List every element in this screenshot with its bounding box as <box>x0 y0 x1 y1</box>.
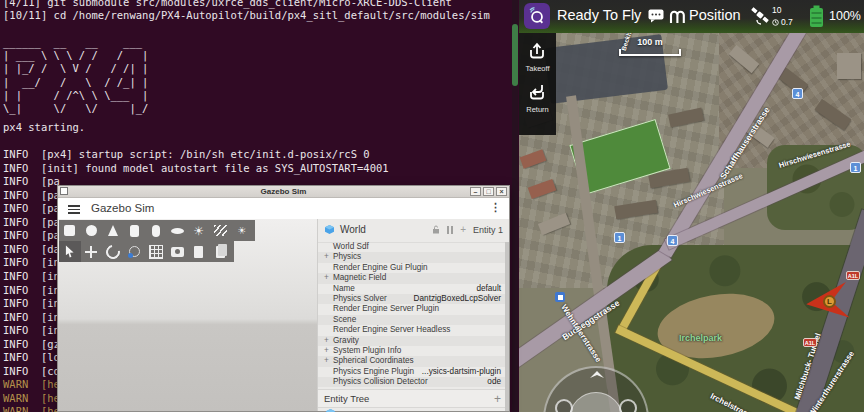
battery-icon[interactable] <box>809 5 824 28</box>
inspector-row[interactable]: Physics Engine Plugin...ysics-dartsim-pl… <box>318 367 505 377</box>
maximize-button[interactable]: □ <box>483 187 494 196</box>
component-inspector-panel: World + Entity 1 World Sdf+PhysicsRender… <box>317 219 509 411</box>
inspector-row[interactable]: Render Engine Server Headless <box>318 325 505 335</box>
paste-tool-button[interactable] <box>210 241 232 262</box>
cylinder-tool-button[interactable] <box>124 220 146 241</box>
copy-icon <box>194 246 203 258</box>
inspector-row-label: Gravity <box>333 336 359 346</box>
expand-icon[interactable]: + <box>324 273 329 283</box>
hamburger-menu-icon[interactable] <box>68 205 80 214</box>
sphere-icon <box>86 225 97 236</box>
cube-tool-button[interactable] <box>59 220 81 241</box>
street-label: Irchelpark <box>679 333 722 343</box>
terminal-log-line: WARN [he <box>3 405 60 412</box>
inspector-row[interactable]: +System Plugin Info <box>318 346 505 356</box>
inspector-row[interactable]: Physics Collision Detectorode <box>318 377 505 387</box>
terminal-scrollbar-thumb[interactable] <box>512 24 518 86</box>
inspector-row-value: default <box>476 284 501 294</box>
inspector-row-label: Render Engine Server Plugin <box>333 304 439 314</box>
grid-tool-button[interactable] <box>145 241 167 262</box>
inspector-row-label: Render Engine Gui Plugin <box>333 263 428 273</box>
gps-satellite-icon[interactable] <box>749 5 771 27</box>
instrument-button-right[interactable] <box>619 399 637 412</box>
route-number-marker: 4 <box>667 235 678 246</box>
camera-tool-button[interactable] <box>167 241 189 262</box>
terminal-log-line: INFO [pa <box>3 189 60 201</box>
terminal-log-line: INFO [pa <box>3 216 60 228</box>
capsule-tool-button[interactable] <box>145 220 167 241</box>
flight-status-text[interactable]: Ready To Fly <box>557 7 641 23</box>
inspector-row-label: Physics Solver <box>333 294 387 304</box>
entity-tree-add-icon[interactable]: + <box>494 392 501 406</box>
rotate-tool-button[interactable] <box>102 241 124 262</box>
spotlight-tool-button[interactable]: ☀ <box>231 220 253 241</box>
gps-readout[interactable]: 10 0.7 <box>772 4 793 28</box>
takeoff-button[interactable]: Takeoff <box>525 41 549 73</box>
qgc-logo[interactable] <box>524 3 550 29</box>
inspector-row[interactable]: Namedefault <box>318 284 505 294</box>
gazebo-titlebar[interactable]: Gazebo Sim – □ × <box>58 186 509 198</box>
capsule-icon <box>152 225 160 237</box>
snap-tool-button[interactable] <box>124 241 146 262</box>
entity-tree-header[interactable]: Entity Tree + <box>318 389 509 408</box>
drone-icon <box>589 370 605 379</box>
ellipsoid-tool-button[interactable] <box>167 220 189 241</box>
camera-icon <box>171 247 184 257</box>
add-component-icon[interactable]: + <box>460 224 466 235</box>
copy-tool-button[interactable] <box>188 241 210 262</box>
cursor-tool-button[interactable] <box>59 241 81 262</box>
inspector-row-label: Spherical Coordinates <box>333 356 414 366</box>
gps-hdop: 0.7 <box>781 16 793 28</box>
return-label: Return <box>526 105 549 114</box>
highway-badge: A1L <box>846 271 860 280</box>
spotlight-icon: ☀ <box>235 223 248 237</box>
map-scale-bar <box>619 49 681 56</box>
expand-icon[interactable]: + <box>324 346 329 356</box>
gazebo-window[interactable]: Gazebo Sim – □ × Gazebo Sim ⋮ ☀☀ World <box>57 185 510 412</box>
grid-icon <box>149 245 163 259</box>
inspector-row[interactable]: Scene <box>318 315 505 325</box>
close-button[interactable]: × <box>496 187 507 196</box>
inspector-row[interactable]: +Spherical Coordinates <box>318 356 505 366</box>
inspector-row[interactable]: +Magnetic Field <box>318 273 505 283</box>
pause-icon[interactable] <box>447 226 453 234</box>
px4-starting-line: px4 starting. <box>3 121 85 134</box>
instrument-button-left[interactable] <box>555 399 573 412</box>
overflow-menu-icon[interactable]: ⋮ <box>490 201 501 214</box>
gazebo-app-title: Gazebo Sim <box>91 202 154 214</box>
inspector-row[interactable]: World Sdf <box>318 242 505 252</box>
position-mode-label[interactable]: Position <box>689 7 741 23</box>
terminal-log-line: WARN [he <box>3 378 60 390</box>
move-tool-button[interactable] <box>81 241 103 262</box>
expand-icon[interactable]: + <box>324 252 329 262</box>
route-number-marker: 1 <box>614 232 625 243</box>
terminal-log-line: INFO [in <box>3 256 60 268</box>
terminal-log-line: INFO [gz <box>3 338 60 350</box>
cylinder-icon <box>130 225 139 237</box>
return-button[interactable]: Return <box>526 82 549 114</box>
entity-number: Entity 1 <box>473 225 503 235</box>
expand-icon[interactable]: + <box>324 336 329 346</box>
inspector-row[interactable]: Render Engine Gui Plugin <box>318 263 505 273</box>
transit-station-marker <box>555 292 565 302</box>
messages-icon[interactable] <box>648 9 664 23</box>
battery-percent[interactable]: 100% <box>829 9 861 23</box>
gps-satellite-count: 10 <box>772 4 781 16</box>
expand-icon[interactable]: + <box>324 356 329 366</box>
paste-icon <box>216 246 225 258</box>
pointlight-tool-button[interactable]: ☀ <box>188 220 210 241</box>
inspector-row[interactable]: +Gravity <box>318 336 505 346</box>
inspector-row[interactable]: Physics SolverDantzigBoxedLcpSolver <box>318 294 505 304</box>
minimize-button[interactable]: – <box>470 187 481 196</box>
transform-toolbar <box>59 241 234 262</box>
map-view[interactable]: BeckhammerSchaffhauserstrasseHirschwiese… <box>519 33 864 412</box>
inspector-row[interactable]: Render Engine Server Plugin <box>318 304 505 314</box>
lock-icon[interactable] <box>432 225 440 234</box>
sphere-tool-button[interactable] <box>81 220 103 241</box>
inspector-scrollbar[interactable] <box>505 242 509 411</box>
cone-tool-button[interactable] <box>102 220 124 241</box>
dirlight-tool-button[interactable] <box>210 220 232 241</box>
inspector-row[interactable]: +Physics <box>318 252 505 262</box>
position-waveform-icon[interactable] <box>669 7 688 25</box>
terminal-log-line: INFO [co <box>3 365 60 377</box>
